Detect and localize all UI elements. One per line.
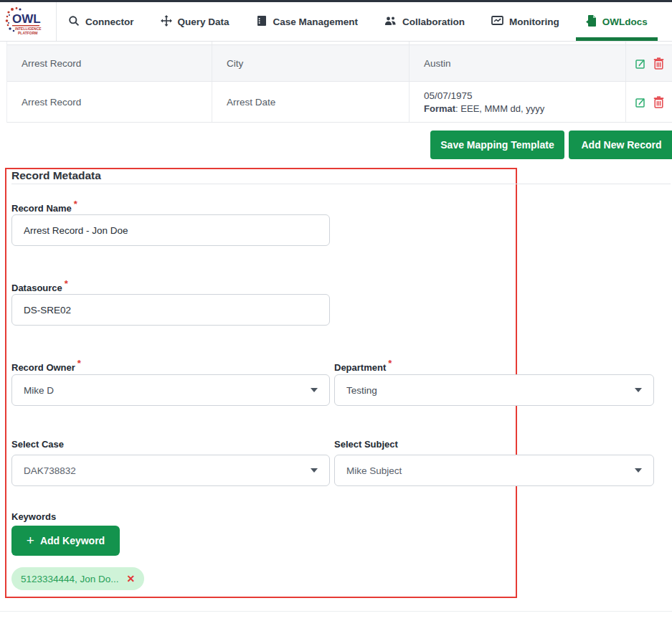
- nav-tab-case-management[interactable]: Case Management: [255, 2, 360, 41]
- department-label: Department*: [334, 359, 392, 373]
- cell-value: Austin: [410, 45, 626, 81]
- selected-value: DAK738832: [24, 465, 76, 476]
- case-select[interactable]: DAK738832: [11, 455, 330, 486]
- chevron-down-icon: [311, 468, 318, 473]
- cell-field: Arrest Date: [212, 82, 410, 122]
- main-navbar: OWL INTELLIGENCE PLATFORM Connector Quer…: [0, 2, 672, 42]
- nav-tab-connector[interactable]: Connector: [67, 2, 136, 41]
- subject-select[interactable]: Mike Subject: [334, 455, 654, 486]
- delete-row-button[interactable]: [653, 96, 664, 108]
- owl-logo-graphic: OWL INTELLIGENCE PLATFORM: [4, 5, 47, 38]
- bottom-divider: [0, 611, 672, 612]
- delete-row-button[interactable]: [653, 57, 664, 70]
- plus-icon: +: [27, 534, 34, 547]
- nav-items: Connector Query Data Case Management Col…: [67, 2, 649, 41]
- required-asterisk: *: [388, 358, 392, 369]
- svg-text:OWL: OWL: [12, 12, 41, 26]
- date-format: Format: EEE, MMM dd, yyyy: [424, 103, 544, 114]
- chevron-down-icon: [635, 388, 642, 392]
- move-icon: [161, 15, 172, 29]
- nav-tab-collaboration[interactable]: Collaboration: [383, 2, 466, 41]
- nav-tab-label: Monitoring: [509, 16, 559, 27]
- select-subject-label: Select Subject: [334, 439, 398, 450]
- edit-row-button[interactable]: [635, 96, 647, 108]
- trash-icon: [653, 96, 664, 108]
- table-row: Arrest Record City Austin: [7, 45, 672, 82]
- record-name-label: Record Name*: [11, 199, 77, 214]
- app-logo[interactable]: OWL INTELLIGENCE PLATFORM: [0, 2, 57, 41]
- nav-tab-label: Collaboration: [402, 16, 465, 27]
- cell-actions: [626, 45, 672, 81]
- select-case-label: Select Case: [11, 439, 64, 450]
- app-window: OWL INTELLIGENCE PLATFORM Connector Quer…: [0, 0, 672, 621]
- save-mapping-template-button[interactable]: Save Mapping Template: [430, 131, 564, 159]
- document-icon: [586, 15, 597, 29]
- monitor-icon: [491, 15, 503, 29]
- nav-tab-label: Case Management: [273, 16, 359, 27]
- nav-tab-label: Query Data: [178, 16, 229, 27]
- remove-keyword-icon[interactable]: ✕: [127, 574, 136, 584]
- cell-field: City: [212, 45, 410, 81]
- catalog-icon: [256, 15, 268, 29]
- cell-actions: [626, 82, 672, 122]
- chevron-down-icon: [311, 388, 318, 392]
- selected-value: Mike Subject: [346, 465, 402, 476]
- required-asterisk: *: [74, 199, 77, 209]
- field-mapping-table: Arrest Record City Austin Arrest Record …: [6, 42, 672, 123]
- nav-tab-monitoring[interactable]: Monitoring: [490, 2, 561, 41]
- section-title: Record Metadata: [11, 169, 101, 182]
- keyword-chip-text: 5123334444, Jon Do...: [21, 574, 119, 584]
- add-keyword-button[interactable]: + Add Keyword: [11, 526, 120, 556]
- nav-tab-label: Connector: [85, 16, 134, 27]
- datasource-label: Datasource*: [11, 279, 68, 293]
- required-asterisk: *: [65, 278, 68, 289]
- active-tab-underline: [576, 37, 658, 41]
- add-keyword-label: Add Keyword: [40, 535, 105, 546]
- record-owner-select[interactable]: Mike D: [11, 374, 330, 406]
- selected-value: Mike D: [24, 385, 54, 396]
- edit-icon: [635, 96, 647, 108]
- nav-tab-query-data[interactable]: Query Data: [159, 2, 231, 41]
- nav-tab-owldocs[interactable]: OWLdocs: [585, 2, 649, 41]
- chevron-down-icon: [635, 468, 642, 473]
- nav-tab-label: OWLdocs: [602, 16, 648, 27]
- datasource-input[interactable]: [11, 294, 330, 326]
- edit-row-button[interactable]: [635, 57, 647, 70]
- selected-value: Testing: [346, 385, 377, 396]
- cell-record-type: Arrest Record: [7, 82, 212, 122]
- search-icon: [68, 15, 80, 29]
- date-value: 05/07/1975: [424, 90, 473, 101]
- edit-icon: [635, 57, 647, 70]
- people-icon: [384, 15, 397, 29]
- record-name-input[interactable]: [11, 214, 330, 246]
- trash-icon: [653, 57, 664, 70]
- record-owner-label: Record Owner*: [11, 359, 81, 373]
- keyword-chip: 5123334444, Jon Do... ✕: [11, 567, 144, 590]
- add-new-record-button[interactable]: Add New Record: [569, 131, 672, 159]
- required-asterisk: *: [77, 358, 81, 369]
- section-divider: [11, 184, 671, 184]
- keywords-label: Keywords: [11, 511, 56, 522]
- svg-text:PLATFORM: PLATFORM: [18, 31, 37, 35]
- cell-record-type: Arrest Record: [7, 45, 212, 81]
- department-select[interactable]: Testing: [334, 374, 654, 406]
- cell-value: 05/07/1975 Format: EEE, MMM dd, yyyy: [410, 82, 626, 122]
- table-row: Arrest Record Arrest Date 05/07/1975 For…: [7, 82, 672, 123]
